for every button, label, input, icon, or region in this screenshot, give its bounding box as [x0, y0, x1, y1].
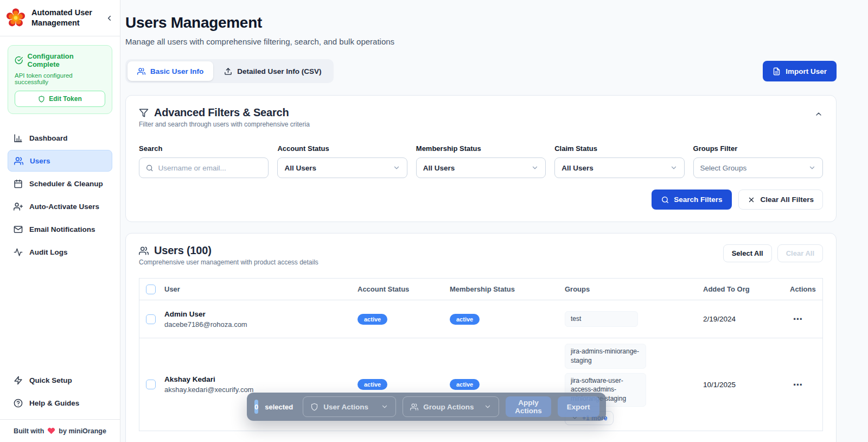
claim-status-label: Claim Status — [554, 144, 684, 153]
account-status-badge: active — [358, 379, 387, 390]
file-text-icon — [773, 67, 781, 75]
column-header-actions: Actions — [790, 285, 822, 293]
column-header-membership-status: Membership Status — [450, 285, 565, 293]
groups-filter-value: Select Groups — [700, 164, 803, 172]
user-name: Akshay Kedari — [164, 375, 358, 383]
sidebar-collapse-button[interactable] — [105, 12, 113, 24]
group-actions-dropdown[interactable]: Group Actions — [403, 396, 499, 417]
edit-token-button[interactable]: Edit Token — [15, 91, 105, 107]
membership-status-value: All Users — [423, 164, 526, 172]
added-to-org-date: 10/1/2025 — [703, 381, 790, 389]
sidebar-item-users[interactable]: Users — [8, 150, 112, 172]
export-button[interactable]: Export — [558, 396, 599, 417]
filters-title: Advanced Filters & Search — [154, 106, 289, 119]
footer-text-prefix: Built with — [14, 427, 44, 435]
tab-label: Basic User Info — [150, 67, 203, 75]
sidebar: Automated User Management Configuration … — [0, 0, 120, 442]
selected-label: selected — [265, 403, 293, 411]
sidebar-item-scheduler-cleanup[interactable]: Scheduler & Cleanup — [8, 173, 112, 194]
search-input-wrapper — [139, 157, 269, 178]
account-status-select[interactable]: All Users — [277, 157, 407, 178]
tabs-row: Basic User Info Detailed User Info (CSV)… — [125, 59, 837, 83]
column-header-user: User — [164, 285, 358, 293]
sidebar-item-label: Auto-Activate Users — [29, 203, 99, 211]
sidebar-item-quick-setup[interactable]: Quick Setup — [8, 369, 112, 391]
sidebar-item-label: Help & Guides — [29, 399, 79, 407]
config-status-subtitle: API token configured successfully — [15, 72, 105, 85]
group-tag: test — [565, 311, 638, 327]
filter-membership-status: Membership Status All Users — [416, 144, 546, 178]
membership-status-label: Membership Status — [416, 144, 546, 153]
select-all-checkbox[interactable] — [146, 285, 156, 294]
tab-label: Detailed User Info (CSV) — [237, 67, 321, 75]
sidebar-item-label: Scheduler & Cleanup — [29, 180, 103, 188]
filter-buttons-row: Search Filters Clear All Filters — [139, 190, 823, 210]
row-actions-menu-icon[interactable]: ⋯ — [790, 380, 803, 390]
sidebar-footer: Built with by miniOrange — [0, 419, 120, 442]
config-status-title: Configuration Complete — [28, 52, 106, 68]
user-actions-dropdown[interactable]: User Actions — [303, 396, 396, 417]
tab-detailed-user-info-csv[interactable]: Detailed User Info (CSV) — [214, 61, 331, 81]
apply-actions-button[interactable]: Apply Actions — [506, 396, 551, 417]
user-actions-label: User Actions — [323, 403, 368, 411]
search-label: Search — [139, 144, 269, 153]
sidebar-item-label: Users — [30, 157, 50, 165]
users-subtitle: Comprehensive user management with produ… — [139, 258, 318, 266]
row-checkbox[interactable] — [146, 314, 156, 324]
membership-status-badge: active — [450, 314, 480, 325]
chevron-left-icon — [105, 14, 113, 22]
groups-filter-select[interactable]: Select Groups — [693, 157, 823, 178]
users-count-title: Users (100) — [154, 244, 212, 257]
collapse-filters-button[interactable] — [814, 110, 823, 118]
tab-group: Basic User Info Detailed User Info (CSV) — [125, 59, 334, 83]
user-email: dacebe7186@rohoza.com — [164, 320, 358, 329]
account-status-label: Account Status — [277, 144, 407, 153]
claim-status-select[interactable]: All Users — [554, 157, 684, 178]
sidebar-item-help-guides[interactable]: Help & Guides — [8, 392, 112, 414]
selected-count-badge: 0 — [254, 400, 258, 414]
search-input[interactable] — [158, 164, 261, 172]
page-subtitle: Manage all users with comprehensive filt… — [125, 37, 837, 46]
search-filters-button[interactable]: Search Filters — [652, 190, 732, 210]
tab-basic-user-info[interactable]: Basic User Info — [127, 61, 213, 81]
calendar-icon — [14, 179, 23, 188]
sidebar-item-label: Quick Setup — [29, 376, 72, 384]
zap-icon — [14, 376, 23, 385]
bulk-actions-bar: 0 selected User Actions Group Actions Ap… — [247, 393, 606, 421]
users-icon — [410, 403, 418, 411]
search-filters-label: Search Filters — [674, 195, 722, 204]
filter-account-status: Account Status All Users — [277, 144, 407, 178]
select-all-button[interactable]: Select All — [723, 244, 772, 262]
sidebar-item-email-notifications[interactable]: Email Notifications — [8, 218, 112, 240]
filter-grid: Search Account Status All Users Membersh… — [139, 144, 823, 178]
membership-status-badge: active — [450, 379, 480, 390]
user-name: Admin User — [164, 310, 358, 318]
import-user-label: Import User — [786, 67, 827, 75]
upload-icon — [224, 67, 232, 75]
app-title: Automated User Management — [31, 8, 100, 28]
table-row: Admin User dacebe7186@rohoza.com active … — [139, 300, 822, 338]
footer-text-suffix: by miniOrange — [59, 427, 106, 435]
sidebar-item-audit-logs[interactable]: Audit Logs — [8, 241, 112, 263]
filter-claim-status: Claim Status All Users — [554, 144, 684, 178]
mail-icon — [14, 225, 23, 234]
row-checkbox[interactable] — [146, 380, 156, 389]
shield-icon — [310, 403, 318, 411]
column-header-account-status: Account Status — [358, 285, 450, 293]
filters-subtitle: Filter and search through users with com… — [139, 121, 823, 128]
sidebar-item-label: Dashboard — [29, 134, 68, 142]
search-icon — [661, 196, 669, 204]
membership-status-select[interactable]: All Users — [416, 157, 546, 178]
sidebar-item-dashboard[interactable]: Dashboard — [8, 127, 112, 149]
import-user-button[interactable]: Import User — [763, 61, 837, 81]
filter-funnel-icon — [139, 108, 149, 118]
sidebar-item-auto-activate-users[interactable]: Auto-Activate Users — [8, 195, 112, 217]
x-icon — [748, 196, 755, 204]
group-tag: jira-admins-miniorange-staging — [565, 344, 646, 369]
row-actions-menu-icon[interactable]: ⋯ — [790, 314, 803, 324]
clear-all-filters-button[interactable]: Clear All Filters — [738, 190, 823, 210]
bar-chart-icon — [14, 134, 23, 143]
help-circle-icon — [14, 399, 23, 408]
groups-filter-label: Groups Filter — [693, 144, 823, 153]
clear-all-button[interactable]: Clear All — [777, 244, 823, 262]
